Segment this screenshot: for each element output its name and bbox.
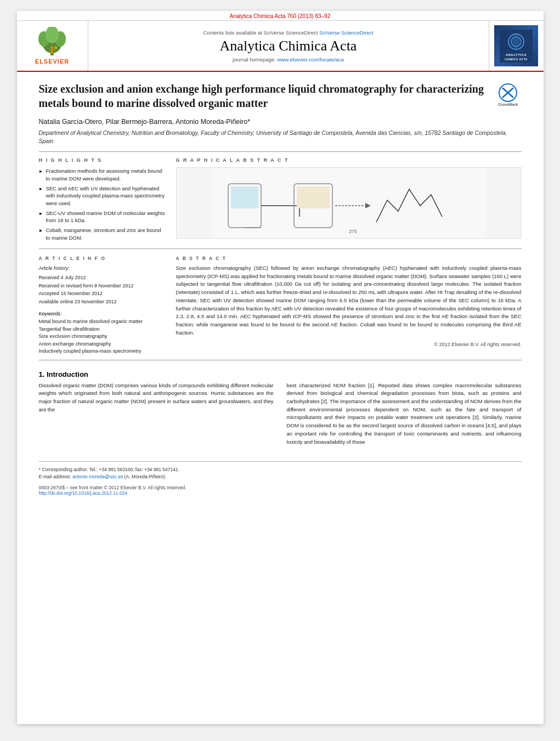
graphical-abstract-heading: G R A P H I C A L A B S T R A C T	[176, 157, 522, 163]
footnote-area: * Corresponding author. Tel.: +34 981 56…	[39, 461, 522, 480]
highlight-4: ► Cobalt, manganese, strontium and zinc …	[39, 227, 165, 241]
arrow-icon-4: ►	[39, 228, 43, 234]
revised-date: Received in revised form 8 November 2012	[39, 282, 165, 290]
intro-heading: 1. Introduction	[39, 370, 522, 378]
keyword-2: Tangential flow ultrafiltration	[39, 326, 165, 333]
received-date: Received 4 July 2012	[39, 274, 165, 281]
svg-text:ANALYTICA: ANALYTICA	[506, 53, 527, 56]
sciverse-link[interactable]: SciVerse ScienceDirect	[319, 30, 374, 36]
footer-issn: 0003-2670/$ – see front matter © 2012 El…	[39, 485, 522, 490]
highlights-heading: H I G H L I G H T S	[39, 157, 165, 163]
keyword-4: Anion exchange chromatography	[39, 341, 165, 348]
footnote-corresponding: * Corresponding author. Tel.: +34 981 56…	[39, 466, 522, 473]
crossmark-icon: CrossMark	[494, 82, 522, 109]
article-info-heading: A R T I C L E I N F O	[39, 256, 165, 261]
keyword-5: Inductively coupled plasma-mass spectrom…	[39, 348, 165, 355]
abstract-col: A B S T R A C T Size exclusion chromatog…	[176, 256, 522, 355]
keywords-section: Keywords: Metal bound to marine dissolve…	[39, 311, 165, 355]
journal-top-bar: Analytica Chimica Acta 760 (2013) 83–92	[17, 11, 544, 20]
highlights-col: H I G H L I G H T S ► Fractionation meth…	[39, 157, 165, 244]
elsevier-brand-text: ELSEVIER	[35, 58, 69, 65]
journal-masthead: ELSEVIER Contents lists available at Sci…	[17, 20, 544, 71]
intro-col-left: Dissolved organic matter (DOM) comprises…	[39, 382, 274, 451]
authors: Natalia García-Otero, Pilar Bermejo-Barr…	[39, 118, 522, 126]
intro-col-right: best characterized NOM fraction [1]. Rep…	[287, 382, 522, 451]
keyword-1: Metal bound to marine dissolved organic …	[39, 318, 165, 326]
keyword-3: Size exclusion chromatography	[39, 333, 165, 341]
article-title: Size exclusion and anion exchange high p…	[39, 82, 522, 110]
aca-logo-icon: ANALYTICA CHIMICA ACTA	[500, 30, 533, 63]
arrow-icon-3: ►	[39, 211, 43, 217]
svg-text:375: 375	[349, 229, 357, 234]
crossmark-badge[interactable]: CrossMark	[494, 82, 522, 109]
article-info-col: A R T I C L E I N F O Article history: R…	[39, 256, 165, 355]
svg-point-9	[55, 47, 57, 49]
graphical-abstract-image: 375	[176, 167, 522, 239]
svg-rect-19	[231, 186, 258, 208]
footnote-email-link[interactable]: antonio.moreda@usc.es	[72, 474, 123, 479]
affiliation: Department of Analytical Chemistry, Nutr…	[39, 129, 522, 145]
article-page: Analytica Chimica Acta 760 (2013) 83–92	[17, 11, 544, 724]
graphical-abstract-svg: 375	[177, 167, 521, 239]
introduction-section: 1. Introduction Dissolved organic matter…	[39, 370, 522, 451]
journal-title: Analytica Chimica Acta	[220, 38, 357, 54]
aca-logo-area: ANALYTICA CHIMICA ACTA	[489, 21, 544, 71]
highlight-2: ► SEC and AEC with UV detection and hyph…	[39, 185, 165, 207]
doi-link[interactable]: http://dx.doi.org/10.1016/j.aca.2012.11.…	[39, 490, 128, 496]
footer-doi: http://dx.doi.org/10.1016/j.aca.2012.11.…	[39, 490, 522, 496]
abstract-heading: A B S T R A C T	[176, 256, 522, 261]
footnote-email: E-mail address: antonio.moreda@usc.es (A…	[39, 473, 522, 480]
copyright-line: © 2012 Elsevier B.V. All rights reserved…	[176, 342, 522, 347]
svg-point-5	[50, 46, 54, 49]
divider-2	[39, 248, 522, 249]
accepted-date: Accepted 15 November 2012	[39, 290, 165, 297]
highlights-graphical-section: H I G H L I G H T S ► Fractionation meth…	[39, 157, 522, 244]
sciverse-text: Contents lists available at SciVerse Sci…	[203, 30, 373, 36]
article-history-label: Article history:	[39, 264, 165, 272]
arrow-icon-1: ►	[39, 168, 43, 174]
svg-text:CHIMICA ACTA: CHIMICA ACTA	[505, 58, 528, 61]
intro-two-col: Dissolved organic matter (DOM) comprises…	[39, 382, 522, 451]
aca-logo: ANALYTICA CHIMICA ACTA	[494, 25, 538, 66]
keywords-label: Keywords:	[39, 311, 165, 316]
masthead-center: Contents lists available at SciVerse Sci…	[88, 21, 489, 71]
homepage-link[interactable]: www.elsevier.com/locate/aca	[277, 56, 343, 63]
available-date: Available online 23 November 2012	[39, 298, 165, 306]
svg-rect-24	[297, 186, 330, 208]
abstract-text: Size exclusion chromatography (SEC) foll…	[176, 264, 522, 337]
graphical-abstract-col: G R A P H I C A L A B S T R A C T	[176, 157, 522, 244]
journal-homepage: journal homepage: www.elsevier.com/locat…	[233, 56, 344, 63]
intro-para-1: Dissolved organic matter (DOM) comprises…	[39, 382, 274, 414]
article-history: Article history: Received 4 July 2012 Re…	[39, 264, 165, 306]
arrow-icon-2: ►	[39, 186, 43, 192]
svg-text:CrossMark: CrossMark	[497, 103, 517, 106]
highlight-1: ► Fractionation methods for assessing me…	[39, 167, 165, 182]
article-content: Size exclusion and anion exchange high p…	[17, 72, 544, 506]
page-footer: 0003-2670/$ – see front matter © 2012 El…	[39, 485, 522, 496]
elsevier-logo: ELSEVIER	[35, 27, 69, 65]
article-lower-section: A R T I C L E I N F O Article history: R…	[39, 256, 522, 355]
elsevier-tree-icon	[36, 27, 69, 57]
journal-ref: Analytica Chimica Acta 760 (2013) 83–92	[230, 13, 330, 19]
highlight-3: ► SEC-UV showed marine DOM of molecular …	[39, 210, 165, 224]
divider-3	[39, 360, 522, 360]
elsevier-logo-area: ELSEVIER	[17, 21, 88, 71]
journal-header: Analytica Chimica Acta 760 (2013) 83–92	[17, 11, 544, 72]
divider-1	[39, 151, 522, 152]
intro-para-2: best characterized NOM fraction [1]. Rep…	[287, 382, 522, 446]
